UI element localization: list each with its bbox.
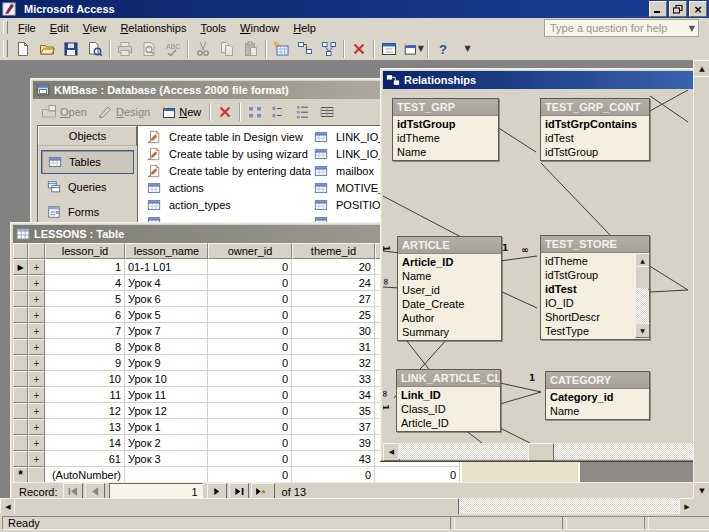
scrollbar-thumb[interactable] [693,76,709,484]
delete-button[interactable] [347,38,371,60]
cell-theme_id[interactable]: 33 [292,371,375,387]
toolbar-options-button[interactable]: ▼ [455,38,479,60]
save-button[interactable] [59,38,83,60]
paste-button[interactable] [239,38,263,60]
expand-subdatasheet-button[interactable]: + [28,259,45,275]
cell-owner_id[interactable]: 0 [208,419,292,435]
field-list-category[interactable]: CATEGORYCategory_idName [545,371,650,420]
field-io_id[interactable]: IO_ID [541,296,635,310]
menu-item-relationships[interactable]: Relationships [113,20,193,36]
sidebar-item-queries[interactable]: Queries [41,176,134,198]
cell-lesson_id[interactable]: 13 [45,419,125,435]
toolbar-grip[interactable] [3,40,8,56]
cell-owner_id[interactable]: 0 [208,387,292,403]
scrollbar-track[interactable] [635,288,648,325]
cell-theme_id[interactable]: 37 [292,419,375,435]
row-selector[interactable] [13,355,28,371]
cell-owner_id[interactable]: 0 [208,307,292,323]
field-list-title[interactable]: TEST_GRP_CONT [541,99,649,116]
restore-button[interactable] [669,1,687,17]
new-row-cell[interactable]: 0 [208,467,292,483]
row-selector[interactable] [13,387,28,403]
cell-lesson_name[interactable]: Урок 11 [125,387,208,403]
field-list-test-grp[interactable]: TEST_GRPidTstGroupidThemeName [392,98,499,161]
field-idtheme[interactable]: idTheme [393,131,498,145]
new-row-cell-extra[interactable]: 0 [375,467,460,483]
cell-lesson_name[interactable]: Урок 10 [125,371,208,387]
field-article_id[interactable]: Article_ID [398,255,501,269]
cell-lesson_name[interactable]: Урок 6 [125,291,208,307]
cell-lesson_name[interactable]: Урок 9 [125,355,208,371]
open-button[interactable] [35,38,59,60]
menubar-grip[interactable] [3,21,8,34]
field-idtest[interactable]: idTest [541,131,649,145]
field-list-test-grp-cont[interactable]: TEST_GRP_CONTidTstGrpContainsidTestidTst… [540,98,650,161]
cell-owner_id[interactable]: 0 [208,435,292,451]
sidebar-item-tables[interactable]: Tables [41,150,134,174]
cell-lesson_name[interactable]: Урок 2 [125,435,208,451]
objects-header[interactable]: Objects [38,126,137,146]
field-idtstgrpcontains[interactable]: idTstGrpContains [541,117,649,131]
cell-lesson_id[interactable]: 61 [45,451,125,467]
scrollbar-thumb[interactable] [528,443,554,461]
field-link_id[interactable]: Link_ID [397,388,500,402]
copy-button[interactable] [215,38,239,60]
close-button[interactable]: × [689,1,707,17]
cell-lesson_id[interactable]: 7 [45,323,125,339]
expand-subdatasheet-button[interactable]: + [28,339,45,355]
new-row-selector[interactable]: * [13,467,28,483]
new-button[interactable]: New [156,102,205,122]
cell-lesson_name[interactable]: 01-1 L01 [125,259,208,275]
expand-subdatasheet-button[interactable]: + [28,387,45,403]
cell-lesson_name[interactable]: Урок 8 [125,339,208,355]
new-object-button[interactable]: ▼ [401,38,425,60]
field-list-title[interactable]: ARTICLE [398,237,501,254]
column-header-lesson_name[interactable]: lesson_name [125,243,208,259]
row-selector[interactable] [13,291,28,307]
scrollbar-thumb[interactable] [635,266,650,290]
expand-subdatasheet-button[interactable]: + [28,451,45,467]
workspace-horizontal-scrollbar[interactable]: ◀ ▶ [0,498,693,514]
cell-owner_id[interactable]: 0 [208,403,292,419]
menu-item-window[interactable]: Window [233,20,286,36]
column-header-lesson_id[interactable]: lesson_id [45,243,125,259]
cell-theme_id[interactable]: 30 [292,323,375,339]
row-selector[interactable] [13,323,28,339]
row-selector[interactable] [13,339,28,355]
field-date_create[interactable]: Date_Create [398,297,501,311]
delete-button[interactable] [213,101,237,123]
cell-owner_id[interactable]: 0 [208,355,292,371]
field-list-title[interactable]: CATEGORY [546,372,649,389]
help-button[interactable]: ? [431,38,455,60]
details-view-button[interactable] [315,101,339,123]
cell-lesson_name[interactable]: Урок 1 [125,419,208,435]
list-item-position[interactable]: POSITION [314,196,389,213]
cell-theme_id[interactable]: 35 [292,403,375,419]
relationships-horizontal-scrollbar[interactable]: ◀ [383,443,706,459]
list-item-link_io_[interactable]: LINK_IO_ [314,128,384,145]
list-view-button[interactable] [291,101,315,123]
field-user_id[interactable]: User_id [398,283,501,297]
open-button[interactable]: Open [37,102,91,122]
field-list-title[interactable]: TEST_GRP [393,99,498,116]
field-summary[interactable]: Summary [398,325,501,339]
cell-lesson_id[interactable]: 14 [45,435,125,451]
field-idtstgroup[interactable]: idTstGroup [541,145,649,159]
cell-theme_id[interactable]: 39 [292,435,375,451]
scrollbar-thumb[interactable] [14,498,459,514]
cell-lesson_id[interactable]: 6 [45,307,125,323]
menu-item-tools[interactable]: Tools [193,20,233,36]
cell-theme_id[interactable]: 20 [292,259,375,275]
expand-subdatasheet-button[interactable]: + [28,371,45,387]
new-row-cell[interactable]: 0 [292,467,375,483]
scroll-down-icon[interactable]: ▼ [635,323,650,338]
cell-lesson_id[interactable]: 9 [45,355,125,371]
row-selector[interactable] [13,403,28,419]
database-window-button[interactable] [377,38,401,60]
field-category_id[interactable]: Category_id [546,390,649,404]
field-idtheme[interactable]: idTheme [541,254,635,268]
list-item-create-table-by-entering-data[interactable]: Create table by entering data [147,162,311,179]
expand-subdatasheet-button[interactable]: + [28,275,45,291]
cell-lesson_id[interactable]: 8 [45,339,125,355]
row-selector[interactable] [13,307,28,323]
